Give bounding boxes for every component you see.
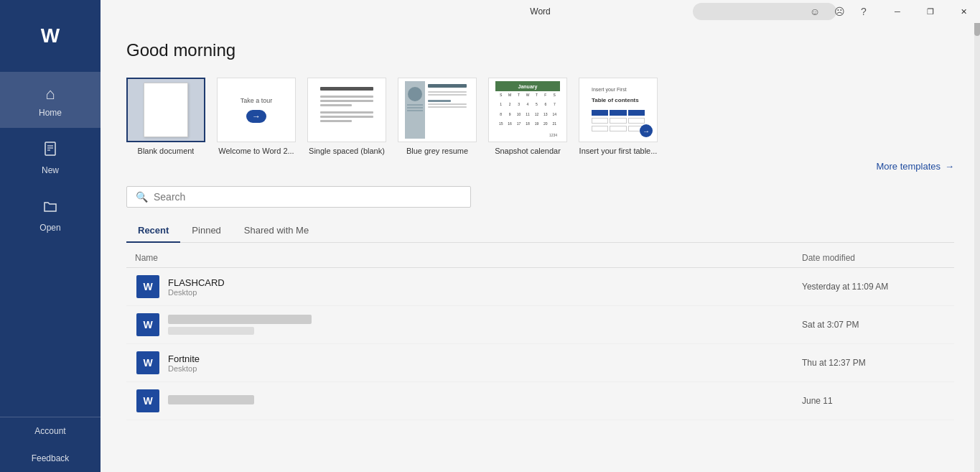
file-row[interactable]: W Sat at 3:07 PM	[126, 306, 954, 344]
dislike-button[interactable]: ☹	[829, 0, 849, 23]
template-card-welcome[interactable]: Take a tour → Welcome to Word 2...	[217, 78, 296, 155]
file-row[interactable]: W June 11	[126, 382, 954, 420]
template-thumb-calendar: January SMTWTFS 1234567 891011121314 151…	[488, 78, 567, 142]
tab-pinned-label: Pinned	[192, 225, 220, 236]
welcome-preview: Take a tour →	[224, 81, 289, 139]
more-templates-section: More templates →	[126, 161, 954, 172]
app-logo: W	[0, 0, 101, 72]
main-area: Word ☺ ☹ ? ─ ❐ ✕ Good morning Blank docu…	[101, 0, 980, 472]
blank-page-preview	[144, 83, 188, 137]
sidebar-item-label: Home	[39, 108, 62, 118]
content-area: Good morning Blank document Take a tour …	[101, 23, 980, 472]
tab-recent-label: Recent	[138, 225, 169, 236]
logo-letter: W	[41, 24, 60, 47]
sidebar-item-new[interactable]: New	[0, 128, 101, 185]
tab-shared[interactable]: Shared with Me	[233, 219, 320, 243]
file-date-fortnite: Thu at 12:37 PM	[802, 358, 946, 368]
sidebar-item-feedback[interactable]: Feedback	[0, 445, 101, 472]
titlebar: Word ☺ ☹ ? ─ ❐ ✕	[101, 0, 980, 23]
template-label-blank: Blank document	[138, 147, 195, 155]
sidebar-item-label: New	[42, 165, 59, 175]
file-name-blurred-4	[168, 395, 254, 404]
more-templates-label: More templates	[876, 161, 941, 172]
file-date-4: June 11	[802, 396, 946, 406]
tab-recent[interactable]: Recent	[126, 219, 180, 243]
col-header-date: Date modified	[802, 253, 946, 263]
file-location-blurred-2	[168, 327, 254, 335]
file-date-2: Sat at 3:07 PM	[802, 320, 946, 330]
minimize-button[interactable]: ─	[881, 0, 914, 23]
file-location-fortnite: Desktop	[168, 364, 802, 373]
more-templates-link[interactable]: More templates →	[876, 161, 954, 172]
template-thumb-table: Insert your First Table of contents	[579, 78, 658, 142]
open-icon	[42, 198, 58, 218]
greeting-text: Good morning	[126, 40, 954, 60]
resume-preview	[405, 81, 470, 139]
template-card-single-spaced[interactable]: Single spaced (blank)	[307, 78, 386, 155]
tab-pinned[interactable]: Pinned	[180, 219, 232, 243]
sidebar-bottom: Account Feedback	[0, 417, 101, 472]
template-label-resume: Blue grey resume	[406, 147, 468, 155]
file-row[interactable]: W Fortnite Desktop Thu at 12:37 PM	[126, 344, 954, 382]
table-preview: Insert your First Table of contents	[586, 81, 650, 139]
file-meta-fortnite: Fortnite Desktop	[168, 353, 802, 373]
template-thumb-blank	[126, 78, 205, 142]
sidebar-item-home[interactable]: ⌂ Home	[0, 72, 101, 128]
file-icon-flashcard: W	[135, 274, 161, 300]
welcome-arrow-icon: →	[246, 110, 266, 123]
templates-row: Blank document Take a tour → Welcome to …	[126, 78, 954, 155]
template-card-resume[interactable]: Blue grey resume	[398, 78, 477, 155]
resume-left-panel	[405, 81, 425, 139]
template-label-welcome: Welcome to Word 2...	[218, 147, 294, 155]
titlebar-icon-buttons: ☺ ☹ ?	[805, 0, 874, 23]
titlebar-title: Word	[530, 6, 550, 17]
sidebar-item-label: Open	[39, 223, 60, 233]
template-thumb-single-spaced	[307, 78, 386, 142]
file-row[interactable]: W FLASHCARD Desktop Yesterday at 11:09 A…	[126, 268, 954, 306]
template-card-blank[interactable]: Blank document	[126, 78, 205, 155]
file-list: Name Date modified W FLASHCARD Desktop Y…	[126, 249, 954, 420]
cal-body: SMTWTFS 1234567 891011121314 15161718192…	[495, 91, 560, 131]
feedback-label: Feedback	[32, 453, 70, 463]
template-card-table[interactable]: Insert your First Table of contents	[579, 78, 658, 155]
file-date-flashcard: Yesterday at 11:09 AM	[802, 282, 946, 292]
template-thumb-welcome: Take a tour →	[217, 78, 296, 142]
file-meta-2	[168, 315, 802, 335]
sidebar: W ⌂ Home New Open	[0, 0, 101, 472]
single-spaced-preview	[314, 81, 379, 139]
file-name-fortnite: Fortnite	[168, 353, 802, 364]
col-header-name: Name	[135, 253, 802, 263]
welcome-preview-text: Take a tour	[241, 97, 273, 104]
close-button[interactable]: ✕	[947, 0, 980, 23]
template-label-calendar: Snapshot calendar	[495, 147, 561, 155]
col-name-label: Name	[135, 253, 158, 263]
search-input[interactable]	[154, 191, 462, 203]
cal-header: January	[495, 81, 560, 91]
window-controls: ─ ❐ ✕	[881, 0, 980, 23]
sidebar-item-open[interactable]: Open	[0, 185, 101, 243]
word-icon: W	[136, 389, 159, 412]
new-icon	[42, 141, 58, 161]
resume-right-panel	[425, 81, 470, 139]
word-icon: W	[136, 275, 159, 298]
template-label-single-spaced: Single spaced (blank)	[309, 147, 385, 155]
file-tabs: Recent Pinned Shared with Me	[126, 219, 954, 243]
svg-rect-0	[45, 142, 55, 155]
file-icon-2: W	[135, 312, 161, 338]
sidebar-item-account[interactable]: Account	[0, 417, 101, 445]
like-button[interactable]: ☺	[805, 0, 825, 23]
template-label-table: Insert your first table...	[579, 147, 658, 155]
file-icon-fortnite: W	[135, 350, 161, 376]
line-mock-heading	[320, 87, 373, 91]
help-button[interactable]: ?	[854, 0, 874, 23]
template-card-calendar[interactable]: January SMTWTFS 1234567 891011121314 151…	[488, 78, 567, 155]
restore-button[interactable]: ❐	[914, 0, 947, 23]
file-meta-flashcard: FLASHCARD Desktop	[168, 277, 802, 297]
word-icon: W	[136, 313, 159, 336]
file-list-header: Name Date modified	[126, 249, 954, 268]
scrollbar-track[interactable]	[974, 0, 980, 472]
search-icon: 🔍	[136, 191, 148, 203]
account-label: Account	[34, 426, 65, 436]
search-bar: 🔍	[126, 186, 471, 208]
template-thumb-resume	[398, 78, 477, 142]
